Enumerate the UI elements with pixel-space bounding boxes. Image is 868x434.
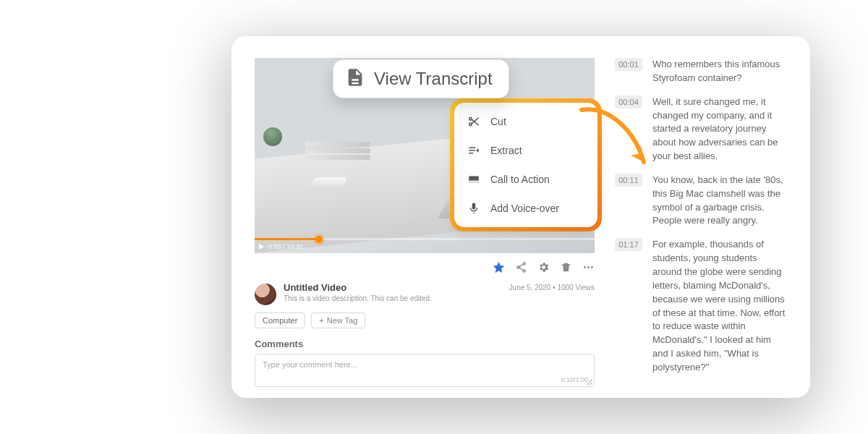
app-card: 0:03 / 10:30 View Transcript Cut bbox=[231, 36, 810, 398]
view-transcript-callout[interactable]: View Transcript bbox=[333, 59, 509, 98]
microphone-icon bbox=[467, 202, 480, 215]
transcript-row[interactable]: 00:04 Well, it sure changed me, it chang… bbox=[615, 95, 787, 163]
transcript-row[interactable]: 00:01 Who remembers this infamous Styrof… bbox=[615, 58, 787, 85]
transcript-text: Who remembers this infamous Styrofoam co… bbox=[652, 58, 787, 85]
transcript-timestamp[interactable]: 00:11 bbox=[615, 174, 642, 187]
transcript-timestamp[interactable]: 00:01 bbox=[615, 58, 642, 71]
menu-item-label: Extract bbox=[490, 145, 522, 156]
transcript-text: You know, back in the late '80s, this Bi… bbox=[652, 174, 787, 228]
transcript-row[interactable]: 00:11 You know, back in the late '80s, t… bbox=[615, 174, 787, 228]
svg-point-8 bbox=[584, 266, 586, 268]
progress-handle[interactable] bbox=[315, 236, 323, 243]
more-button[interactable] bbox=[582, 261, 595, 276]
time-display: 0:03 / 10:30 bbox=[268, 243, 303, 250]
menu-item-voiceover[interactable]: Add Voice-over bbox=[454, 194, 597, 223]
progress-bar[interactable] bbox=[255, 238, 595, 240]
menu-item-label: Cut bbox=[490, 116, 506, 127]
delete-button[interactable] bbox=[560, 261, 572, 276]
left-column: 0:03 / 10:30 View Transcript Cut bbox=[255, 58, 595, 380]
menu-item-extract[interactable]: Extract bbox=[454, 136, 597, 165]
menu-item-label: Add Voice-over bbox=[490, 203, 559, 214]
video-description[interactable]: This is a video description. This can be… bbox=[284, 294, 432, 302]
resize-handle[interactable] bbox=[587, 379, 592, 385]
menu-item-cta[interactable]: Call to Action bbox=[454, 165, 597, 194]
comments-heading: Comments bbox=[255, 339, 595, 349]
comment-placeholder: Type your comment here... bbox=[263, 360, 357, 369]
svg-point-6 bbox=[517, 265, 519, 268]
video-meta-right: June 5, 2020 • 1000 Views bbox=[509, 282, 595, 292]
scissors-icon bbox=[467, 115, 480, 128]
tag-row: Computer New Tag bbox=[255, 312, 595, 328]
share-button[interactable] bbox=[515, 261, 527, 276]
svg-point-5 bbox=[523, 262, 525, 264]
view-transcript-label: View Transcript bbox=[374, 69, 493, 89]
svg-point-9 bbox=[587, 266, 590, 268]
menu-item-cut[interactable]: Cut bbox=[454, 107, 597, 136]
transcript-row[interactable]: 01:17 For example, thousands of students… bbox=[615, 238, 787, 374]
scene-books bbox=[305, 142, 370, 166]
video-views: 1000 Views bbox=[557, 284, 595, 292]
video-meta: Untitled Video This is a video descripti… bbox=[255, 282, 595, 305]
play-icon[interactable] bbox=[259, 244, 264, 250]
tag-chip[interactable]: Computer bbox=[255, 312, 305, 328]
svg-point-1 bbox=[469, 123, 472, 126]
transcript-timestamp[interactable]: 00:04 bbox=[615, 95, 642, 109]
context-menu: Cut Extract Call to Action bbox=[450, 98, 602, 231]
author-avatar[interactable] bbox=[255, 284, 276, 305]
favorite-button[interactable] bbox=[493, 261, 505, 276]
cta-icon bbox=[467, 173, 480, 186]
transcript-timestamp[interactable]: 01:17 bbox=[615, 238, 642, 251]
document-icon bbox=[345, 67, 365, 90]
player-controls: 0:03 / 10:30 bbox=[259, 240, 303, 253]
video-title[interactable]: Untitled Video bbox=[284, 282, 432, 293]
extract-icon bbox=[467, 144, 480, 157]
add-tag-button[interactable]: New Tag bbox=[311, 312, 365, 328]
transcript-text: Well, it sure changed me, it changed my … bbox=[652, 95, 787, 163]
settings-button[interactable] bbox=[537, 261, 550, 276]
video-date: June 5, 2020 bbox=[509, 284, 551, 292]
menu-item-label: Call to Action bbox=[490, 174, 550, 185]
video-actions bbox=[255, 260, 595, 276]
comment-input[interactable]: Type your comment here... 0:10/1:00 bbox=[255, 354, 595, 387]
comment-counter: 0:10/1:00 bbox=[561, 376, 588, 383]
svg-rect-4 bbox=[469, 181, 479, 183]
transcript-panel: 00:01 Who remembers this infamous Styrof… bbox=[615, 58, 787, 380]
svg-point-10 bbox=[591, 266, 593, 268]
svg-point-7 bbox=[523, 269, 525, 271]
svg-point-0 bbox=[469, 117, 472, 120]
scene-plant bbox=[263, 127, 282, 146]
transcript-text: For example, thousands of students, youn… bbox=[652, 238, 787, 374]
